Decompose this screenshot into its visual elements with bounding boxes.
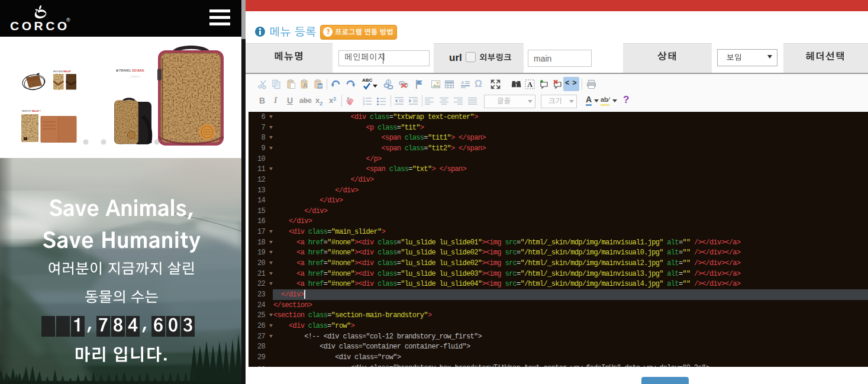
svg-text:A: A [303, 82, 308, 89]
svg-text:A: A [527, 80, 533, 89]
svg-text:3: 3 [363, 102, 365, 106]
svg-text:W: W [318, 83, 322, 89]
svg-text:A: A [461, 80, 464, 85]
